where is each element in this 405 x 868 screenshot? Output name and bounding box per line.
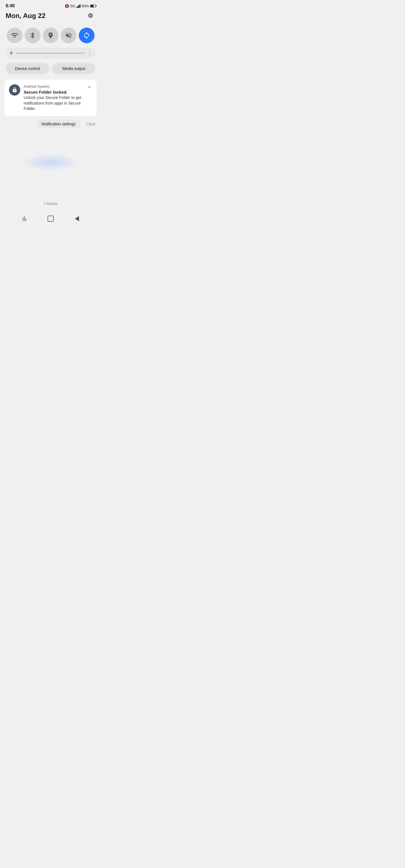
notification-header: Android System Secure Folder locked. Unl… (9, 84, 92, 112)
location-icon (47, 32, 54, 39)
mute-icon: 🔇 (65, 4, 69, 8)
carrier-label: T-Mobile (0, 202, 101, 206)
bluetooth-icon (29, 32, 36, 39)
settings-icon: ⚙ (88, 12, 93, 20)
notification-clear-button[interactable]: Clear (85, 120, 97, 128)
network-label: 5G (70, 4, 75, 8)
date-text: Mon, Aug 22 (6, 12, 46, 20)
recent-apps-icon (23, 216, 26, 221)
tile-mute[interactable] (61, 28, 77, 43)
mute-tile-icon (65, 32, 72, 39)
tile-bluetooth[interactable] (25, 28, 40, 43)
signal-bars-icon (76, 4, 81, 8)
sync-icon (83, 32, 90, 39)
action-buttons: Device control Media output (0, 62, 101, 79)
back-icon (75, 216, 79, 221)
chevron-up-icon (87, 84, 92, 90)
notification-app-name: Android System (24, 84, 83, 89)
home-icon (48, 216, 54, 222)
glow-blob (23, 154, 79, 170)
battery-percent: 60% (82, 4, 89, 8)
status-bar: 8:48 🔇 5G 60% (0, 0, 101, 9)
status-time: 8:48 (6, 3, 15, 8)
notification-expand-button[interactable] (87, 84, 92, 91)
notification-settings-button[interactable]: Notification settings (36, 120, 81, 128)
brightness-row[interactable]: ☀ ⋮ (6, 48, 96, 59)
notification-body: Unlock your Secure Folder to get notific… (24, 95, 83, 112)
nav-bar (0, 210, 101, 229)
home-button[interactable] (46, 214, 56, 224)
notification-content: Android System Secure Folder locked. Unl… (24, 84, 83, 112)
tile-wifi[interactable] (7, 28, 23, 43)
date-row: Mon, Aug 22 ⚙ (0, 9, 101, 25)
notification-card: Android System Secure Folder locked. Unl… (4, 80, 97, 116)
device-control-button[interactable]: Device control (6, 63, 49, 74)
wifi-icon (11, 32, 18, 39)
tile-location[interactable] (43, 28, 58, 43)
brightness-slider[interactable] (16, 53, 85, 54)
media-output-button[interactable]: Media output (52, 63, 96, 74)
settings-button[interactable]: ⚙ (86, 11, 96, 21)
notification-app-icon (9, 84, 20, 96)
recent-apps-button[interactable] (20, 214, 30, 224)
lock-icon (12, 87, 18, 93)
brightness-icon: ☀ (9, 50, 13, 56)
battery-icon (90, 4, 96, 8)
glow-area (0, 145, 101, 179)
brightness-more-icon[interactable]: ⋮ (87, 50, 92, 56)
tile-sync[interactable] (79, 28, 94, 43)
notification-title: Secure Folder locked. (24, 90, 83, 94)
back-button[interactable] (72, 214, 82, 224)
status-icons: 🔇 5G 60% (65, 4, 96, 8)
quick-tiles (0, 25, 101, 46)
notification-actions: Notification settings Clear (4, 120, 97, 128)
